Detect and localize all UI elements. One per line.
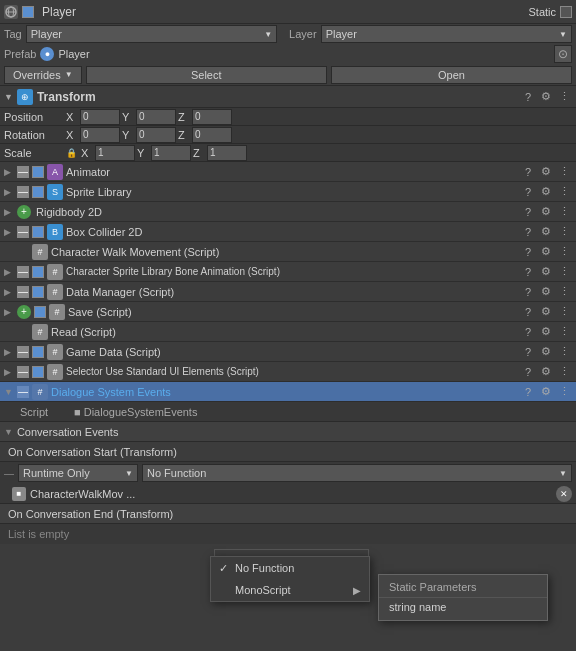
save-checkbox[interactable] [34, 306, 46, 318]
cs-menu-icon[interactable]: ⋮ [556, 264, 572, 280]
no-function-dropdown[interactable]: No Function [142, 464, 572, 482]
dm-icon: # [47, 284, 63, 300]
rb-expand[interactable]: ▶ [4, 207, 14, 217]
cs-checkbox[interactable] [32, 266, 44, 278]
open-button[interactable]: Open [331, 66, 572, 84]
read-help-icon[interactable]: ? [520, 324, 536, 340]
cs-help-icon[interactable]: ? [520, 264, 536, 280]
animator-minus[interactable]: — [17, 166, 29, 178]
cw-menu-icon[interactable]: ⋮ [556, 244, 572, 260]
animator-help-icon[interactable]: ? [520, 164, 536, 180]
runtime-minus[interactable]: — [4, 468, 14, 479]
sprite-settings-icon[interactable]: ⚙ [538, 184, 554, 200]
su-icon: # [47, 364, 63, 380]
box-help-icon[interactable]: ? [520, 224, 536, 240]
overrides-button[interactable]: Overrides [4, 66, 82, 84]
cs-minus[interactable]: — [17, 266, 29, 278]
su-checkbox[interactable] [32, 366, 44, 378]
cw-settings-icon[interactable]: ⚙ [538, 244, 554, 260]
dropdown-monoscript-item[interactable]: MonoScript ▶ [211, 579, 369, 601]
box-menu-icon[interactable]: ⋮ [556, 224, 572, 240]
animator-settings-icon[interactable]: ⚙ [538, 164, 554, 180]
gd-menu-icon[interactable]: ⋮ [556, 344, 572, 360]
transform-menu-icon[interactable]: ⋮ [556, 89, 572, 105]
prefab-settings-icon[interactable]: ⊙ [554, 45, 572, 63]
rotation-y-input[interactable] [136, 127, 176, 143]
box-checkbox[interactable] [32, 226, 44, 238]
ds-settings-icon[interactable]: ⚙ [538, 384, 554, 400]
box-minus[interactable]: — [17, 226, 29, 238]
rb-menu-icon[interactable]: ⋮ [556, 204, 572, 220]
component-dialogue-system: ▼ — # Dialogue System Events ? ⚙ ⋮ [0, 382, 576, 402]
sprite-help-icon[interactable]: ? [520, 184, 536, 200]
transform-help-icon[interactable]: ? [520, 89, 536, 105]
prefab-icon: ● [40, 47, 54, 61]
rb-settings-icon[interactable]: ⚙ [538, 204, 554, 220]
dm-expand[interactable]: ▶ [4, 287, 14, 297]
scale-y-input[interactable] [151, 145, 191, 161]
ds-help-icon[interactable]: ? [520, 384, 536, 400]
tag-dropdown[interactable]: Player [26, 25, 277, 43]
rotation-x-input[interactable] [80, 127, 120, 143]
ds-menu-icon[interactable]: ⋮ [556, 384, 572, 400]
su-help-icon[interactable]: ? [520, 364, 536, 380]
gd-checkbox[interactable] [32, 346, 44, 358]
box-expand[interactable]: ▶ [4, 227, 14, 237]
scale-z-input[interactable] [207, 145, 247, 161]
read-menu-icon[interactable]: ⋮ [556, 324, 572, 340]
cs-expand[interactable]: ▶ [4, 267, 14, 277]
sprite-expand[interactable]: ▶ [4, 187, 14, 197]
gd-minus[interactable]: — [17, 346, 29, 358]
su-settings-icon[interactable]: ⚙ [538, 364, 554, 380]
rb-help-icon[interactable]: ? [520, 204, 536, 220]
rotation-z-input[interactable] [192, 127, 232, 143]
gd-icon: # [47, 344, 63, 360]
animator-menu-icon[interactable]: ⋮ [556, 164, 572, 180]
cw-name: Character Walk Movement (Script) [51, 246, 517, 258]
char-walk-remove-icon[interactable]: ✕ [556, 486, 572, 502]
static-params-string-name[interactable]: string name [379, 598, 547, 616]
sprite-checkbox[interactable] [32, 186, 44, 198]
save-expand[interactable]: ▶ [4, 307, 14, 317]
dm-checkbox[interactable] [32, 286, 44, 298]
dm-settings-icon[interactable]: ⚙ [538, 284, 554, 300]
position-x-input[interactable] [80, 109, 120, 125]
static-checkbox[interactable] [560, 6, 572, 18]
su-minus[interactable]: — [17, 366, 29, 378]
position-z-input[interactable] [192, 109, 232, 125]
gd-expand[interactable]: ▶ [4, 347, 14, 357]
cs-settings-icon[interactable]: ⚙ [538, 264, 554, 280]
save-settings-icon[interactable]: ⚙ [538, 304, 554, 320]
gd-settings-icon[interactable]: ⚙ [538, 344, 554, 360]
su-expand[interactable]: ▶ [4, 367, 14, 377]
scale-x-input[interactable] [95, 145, 135, 161]
active-checkbox[interactable] [22, 6, 34, 18]
runtime-dropdown[interactable]: Runtime Only [18, 464, 138, 482]
conv-expand-arrow[interactable]: ▼ [4, 427, 13, 437]
animator-checkbox[interactable] [32, 166, 44, 178]
sprite-minus[interactable]: — [17, 186, 29, 198]
scale-y-label: Y [137, 147, 149, 159]
transform-settings-icon[interactable]: ⚙ [538, 89, 554, 105]
position-y-input[interactable] [136, 109, 176, 125]
su-menu-icon[interactable]: ⋮ [556, 364, 572, 380]
dm-help-icon[interactable]: ? [520, 284, 536, 300]
save-help-icon[interactable]: ? [520, 304, 536, 320]
cw-help-icon[interactable]: ? [520, 244, 536, 260]
layer-dropdown[interactable]: Player [321, 25, 572, 43]
save-menu-icon[interactable]: ⋮ [556, 304, 572, 320]
select-button[interactable]: Select [86, 66, 327, 84]
dm-minus[interactable]: — [17, 286, 29, 298]
dropdown-no-function-item[interactable]: ✓ No Function [211, 557, 369, 579]
box-settings-icon[interactable]: ⚙ [538, 224, 554, 240]
ds-minus[interactable]: — [17, 386, 29, 398]
script-ref-row: Script ■ DialogueSystemEvents [0, 402, 576, 422]
sprite-menu-icon[interactable]: ⋮ [556, 184, 572, 200]
read-settings-icon[interactable]: ⚙ [538, 324, 554, 340]
gd-help-icon[interactable]: ? [520, 344, 536, 360]
animator-expand[interactable]: ▶ [4, 167, 14, 177]
ds-expand[interactable]: ▼ [4, 387, 14, 397]
transform-expand-arrow[interactable]: ▼ [4, 92, 13, 102]
dm-menu-icon[interactable]: ⋮ [556, 284, 572, 300]
animator-name: Animator [66, 166, 517, 178]
